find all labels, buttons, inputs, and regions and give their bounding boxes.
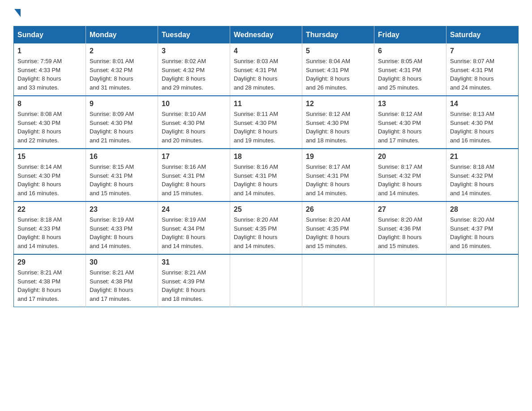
day-info: Sunrise: 8:18 AM Sunset: 4:33 PM Dayligh… — [17, 215, 82, 250]
calendar-header-row: SundayMondayTuesdayWednesdayThursdayFrid… — [14, 26, 519, 44]
day-info: Sunrise: 8:04 AM Sunset: 4:31 PM Dayligh… — [306, 57, 370, 92]
day-number: 31 — [162, 258, 226, 266]
calendar-table: SundayMondayTuesdayWednesdayThursdayFrid… — [13, 26, 519, 307]
calendar-week-row: 1 Sunrise: 7:59 AM Sunset: 4:33 PM Dayli… — [14, 43, 519, 96]
day-number: 30 — [90, 258, 154, 266]
day-number: 25 — [234, 206, 298, 214]
day-info: Sunrise: 8:02 AM Sunset: 4:32 PM Dayligh… — [162, 57, 226, 92]
page-header — [13, 9, 519, 17]
day-number: 29 — [17, 258, 82, 266]
day-number: 12 — [306, 100, 370, 108]
day-info: Sunrise: 8:20 AM Sunset: 4:35 PM Dayligh… — [306, 215, 370, 250]
calendar-day-cell: 18 Sunrise: 8:16 AM Sunset: 4:31 PM Dayl… — [230, 149, 302, 201]
day-info: Sunrise: 8:19 AM Sunset: 4:33 PM Dayligh… — [90, 215, 154, 250]
calendar-day-cell: 5 Sunrise: 8:04 AM Sunset: 4:31 PM Dayli… — [302, 43, 374, 96]
day-info: Sunrise: 8:15 AM Sunset: 4:31 PM Dayligh… — [90, 163, 154, 197]
calendar-day-cell — [374, 254, 446, 307]
calendar-day-cell: 17 Sunrise: 8:16 AM Sunset: 4:31 PM Dayl… — [158, 149, 230, 201]
calendar-day-cell: 8 Sunrise: 8:08 AM Sunset: 4:30 PM Dayli… — [14, 96, 86, 149]
calendar-day-cell: 25 Sunrise: 8:20 AM Sunset: 4:35 PM Dayl… — [230, 201, 302, 254]
day-number: 16 — [90, 153, 154, 161]
calendar-day-cell: 27 Sunrise: 8:20 AM Sunset: 4:36 PM Dayl… — [374, 201, 446, 254]
calendar-day-cell: 7 Sunrise: 8:07 AM Sunset: 4:31 PM Dayli… — [446, 43, 519, 96]
day-info: Sunrise: 8:07 AM Sunset: 4:31 PM Dayligh… — [450, 57, 515, 92]
calendar-day-cell: 24 Sunrise: 8:19 AM Sunset: 4:34 PM Dayl… — [158, 201, 230, 254]
day-number: 27 — [378, 206, 442, 214]
calendar-day-cell: 9 Sunrise: 8:09 AM Sunset: 4:30 PM Dayli… — [86, 96, 158, 149]
calendar-day-header: Sunday — [14, 26, 86, 44]
day-number: 2 — [90, 47, 154, 55]
day-info: Sunrise: 7:59 AM Sunset: 4:33 PM Dayligh… — [17, 57, 82, 92]
day-info: Sunrise: 8:17 AM Sunset: 4:31 PM Dayligh… — [306, 163, 370, 197]
calendar-day-cell: 11 Sunrise: 8:11 AM Sunset: 4:30 PM Dayl… — [230, 96, 302, 149]
day-info: Sunrise: 8:09 AM Sunset: 4:30 PM Dayligh… — [90, 110, 154, 145]
calendar-day-cell: 15 Sunrise: 8:14 AM Sunset: 4:30 PM Dayl… — [14, 149, 86, 201]
calendar-day-cell: 30 Sunrise: 8:21 AM Sunset: 4:38 PM Dayl… — [86, 254, 158, 307]
day-number: 23 — [90, 206, 154, 214]
day-number: 8 — [17, 100, 82, 108]
logo — [13, 9, 21, 17]
day-number: 22 — [17, 206, 82, 214]
day-number: 1 — [17, 47, 82, 55]
calendar-day-cell: 31 Sunrise: 8:21 AM Sunset: 4:39 PM Dayl… — [158, 254, 230, 307]
day-info: Sunrise: 8:14 AM Sunset: 4:30 PM Dayligh… — [17, 163, 82, 197]
logo-arrow-icon — [14, 9, 21, 17]
day-info: Sunrise: 8:20 AM Sunset: 4:35 PM Dayligh… — [234, 215, 298, 250]
calendar-day-header: Wednesday — [230, 26, 302, 44]
calendar-day-cell: 26 Sunrise: 8:20 AM Sunset: 4:35 PM Dayl… — [302, 201, 374, 254]
day-number: 24 — [162, 206, 226, 214]
calendar-day-header: Friday — [374, 26, 446, 44]
day-number: 6 — [378, 47, 442, 55]
day-number: 10 — [162, 100, 226, 108]
calendar-day-cell: 16 Sunrise: 8:15 AM Sunset: 4:31 PM Dayl… — [86, 149, 158, 201]
calendar-day-cell: 13 Sunrise: 8:12 AM Sunset: 4:30 PM Dayl… — [374, 96, 446, 149]
day-number: 3 — [162, 47, 226, 55]
calendar-day-cell — [302, 254, 374, 307]
calendar-day-header: Monday — [86, 26, 158, 44]
day-number: 5 — [306, 47, 370, 55]
calendar-day-cell: 14 Sunrise: 8:13 AM Sunset: 4:30 PM Dayl… — [446, 96, 519, 149]
calendar-day-cell: 10 Sunrise: 8:10 AM Sunset: 4:30 PM Dayl… — [158, 96, 230, 149]
day-info: Sunrise: 8:12 AM Sunset: 4:30 PM Dayligh… — [378, 110, 442, 145]
calendar-day-cell: 2 Sunrise: 8:01 AM Sunset: 4:32 PM Dayli… — [86, 43, 158, 96]
day-number: 7 — [450, 47, 515, 55]
day-number: 18 — [234, 153, 298, 161]
day-info: Sunrise: 8:01 AM Sunset: 4:32 PM Dayligh… — [90, 57, 154, 92]
day-number: 14 — [450, 100, 515, 108]
day-number: 13 — [378, 100, 442, 108]
calendar-day-cell — [230, 254, 302, 307]
calendar-day-cell: 20 Sunrise: 8:17 AM Sunset: 4:32 PM Dayl… — [374, 149, 446, 201]
day-info: Sunrise: 8:21 AM Sunset: 4:39 PM Dayligh… — [162, 268, 226, 303]
calendar-day-cell: 4 Sunrise: 8:03 AM Sunset: 4:31 PM Dayli… — [230, 43, 302, 96]
day-info: Sunrise: 8:08 AM Sunset: 4:30 PM Dayligh… — [17, 110, 82, 145]
calendar-day-header: Saturday — [446, 26, 519, 44]
day-info: Sunrise: 8:20 AM Sunset: 4:36 PM Dayligh… — [378, 215, 442, 250]
day-number: 15 — [17, 153, 82, 161]
calendar-day-cell: 23 Sunrise: 8:19 AM Sunset: 4:33 PM Dayl… — [86, 201, 158, 254]
calendar-day-cell: 12 Sunrise: 8:12 AM Sunset: 4:30 PM Dayl… — [302, 96, 374, 149]
calendar-day-cell: 3 Sunrise: 8:02 AM Sunset: 4:32 PM Dayli… — [158, 43, 230, 96]
day-info: Sunrise: 8:19 AM Sunset: 4:34 PM Dayligh… — [162, 215, 226, 250]
calendar-week-row: 15 Sunrise: 8:14 AM Sunset: 4:30 PM Dayl… — [14, 149, 519, 201]
calendar-week-row: 29 Sunrise: 8:21 AM Sunset: 4:38 PM Dayl… — [14, 254, 519, 307]
calendar-day-cell: 6 Sunrise: 8:05 AM Sunset: 4:31 PM Dayli… — [374, 43, 446, 96]
calendar-day-cell: 1 Sunrise: 7:59 AM Sunset: 4:33 PM Dayli… — [14, 43, 86, 96]
calendar-day-header: Tuesday — [158, 26, 230, 44]
day-info: Sunrise: 8:16 AM Sunset: 4:31 PM Dayligh… — [162, 163, 226, 197]
calendar-week-row: 22 Sunrise: 8:18 AM Sunset: 4:33 PM Dayl… — [14, 201, 519, 254]
calendar-day-cell: 21 Sunrise: 8:18 AM Sunset: 4:32 PM Dayl… — [446, 149, 519, 201]
calendar-day-cell: 22 Sunrise: 8:18 AM Sunset: 4:33 PM Dayl… — [14, 201, 86, 254]
day-number: 20 — [378, 153, 442, 161]
day-number: 21 — [450, 153, 515, 161]
day-info: Sunrise: 8:16 AM Sunset: 4:31 PM Dayligh… — [234, 163, 298, 197]
calendar-week-row: 8 Sunrise: 8:08 AM Sunset: 4:30 PM Dayli… — [14, 96, 519, 149]
day-info: Sunrise: 8:13 AM Sunset: 4:30 PM Dayligh… — [450, 110, 515, 145]
day-number: 9 — [90, 100, 154, 108]
day-info: Sunrise: 8:18 AM Sunset: 4:32 PM Dayligh… — [450, 163, 515, 197]
day-info: Sunrise: 8:10 AM Sunset: 4:30 PM Dayligh… — [162, 110, 226, 145]
day-number: 17 — [162, 153, 226, 161]
day-number: 4 — [234, 47, 298, 55]
day-info: Sunrise: 8:21 AM Sunset: 4:38 PM Dayligh… — [90, 268, 154, 303]
calendar-day-cell: 28 Sunrise: 8:20 AM Sunset: 4:37 PM Dayl… — [446, 201, 519, 254]
day-info: Sunrise: 8:17 AM Sunset: 4:32 PM Dayligh… — [378, 163, 442, 197]
